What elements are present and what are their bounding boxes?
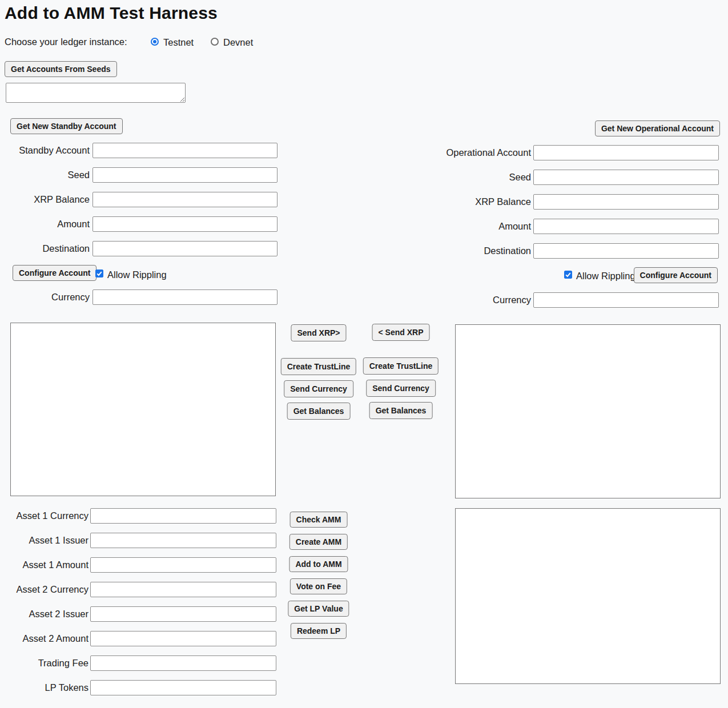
lp-tokens-label: LP Tokens: [45, 680, 89, 695]
send-xrp-to-standby-button[interactable]: < Send XRP: [372, 324, 430, 341]
amm-results-box[interactable]: [455, 508, 721, 684]
asset1-issuer-label: Asset 1 Issuer: [29, 533, 89, 548]
operational-xrp-balance-input[interactable]: [533, 194, 719, 210]
seeds-textarea[interactable]: [6, 83, 186, 103]
send-xrp-to-operational-button[interactable]: Send XRP>: [291, 324, 346, 341]
standby-send-currency-button[interactable]: Send Currency: [284, 380, 353, 397]
standby-amount-input[interactable]: [92, 216, 277, 232]
standby-get-balances-button[interactable]: Get Balances: [287, 403, 351, 420]
standby-allow-rippling-label[interactable]: Allow Rippling: [107, 269, 167, 280]
checkmark-icon: [565, 271, 572, 278]
create-amm-button[interactable]: Create AMM: [289, 534, 348, 550]
radio-testnet-label[interactable]: Testnet: [163, 37, 194, 48]
asset2-currency-input[interactable]: [90, 582, 276, 597]
page-title: Add to AMM Test Harness: [5, 0, 218, 26]
operational-destination-label: Destination: [484, 243, 531, 259]
asset1-amount-label: Asset 1 Amount: [22, 557, 89, 573]
redeem-lp-button[interactable]: Redeem LP: [291, 623, 347, 639]
radio-testnet[interactable]: [151, 38, 159, 46]
standby-account-input[interactable]: [92, 143, 277, 158]
get-lp-value-button[interactable]: Get LP Value: [288, 601, 349, 617]
lp-tokens-input[interactable]: [90, 680, 276, 695]
operational-results-box[interactable]: [455, 324, 721, 498]
standby-account-label: Standby Account: [19, 143, 90, 158]
standby-currency-label: Currency: [51, 289, 90, 305]
standby-seed-label: Seed: [67, 167, 90, 183]
operational-account-input[interactable]: [533, 145, 719, 160]
asset2-issuer-label: Asset 2 Issuer: [29, 606, 89, 622]
operational-create-trustline-button[interactable]: Create TrustLine: [363, 357, 439, 375]
standby-seed-input[interactable]: [92, 167, 277, 183]
operational-send-currency-button[interactable]: Send Currency: [366, 380, 436, 397]
vote-on-fee-button[interactable]: Vote on Fee: [290, 578, 347, 594]
trading-fee-input[interactable]: [90, 655, 276, 671]
standby-destination-label: Destination: [42, 241, 90, 256]
operational-currency-input[interactable]: [533, 292, 719, 308]
operational-destination-input[interactable]: [533, 243, 719, 259]
asset1-currency-input[interactable]: [90, 508, 276, 524]
trading-fee-label: Trading Fee: [38, 655, 89, 671]
asset2-issuer-input[interactable]: [90, 606, 276, 622]
radio-devnet[interactable]: [211, 38, 219, 46]
operational-allow-rippling-checkbox[interactable]: [564, 271, 572, 279]
operational-xrp-balance-label: XRP Balance: [475, 194, 531, 210]
standby-allow-rippling-checkbox[interactable]: [95, 269, 103, 277]
asset2-amount-label: Asset 2 Amount: [22, 631, 89, 646]
asset1-amount-input[interactable]: [90, 557, 276, 573]
standby-destination-input[interactable]: [92, 241, 277, 256]
operational-amount-input[interactable]: [533, 219, 719, 234]
standby-results-box[interactable]: [10, 323, 276, 496]
get-accounts-from-seeds-button[interactable]: Get Accounts From Seeds: [5, 61, 117, 77]
asset1-currency-label: Asset 1 Currency: [16, 508, 89, 524]
standby-create-trustline-button[interactable]: Create TrustLine: [281, 358, 356, 375]
radio-devnet-label[interactable]: Devnet: [223, 37, 253, 48]
asset2-amount-input[interactable]: [90, 631, 276, 646]
check-amm-button[interactable]: Check AMM: [290, 512, 348, 528]
operational-seed-input[interactable]: [533, 170, 719, 185]
standby-amount-label: Amount: [57, 216, 90, 232]
add-to-amm-button[interactable]: Add to AMM: [289, 556, 348, 572]
asset2-currency-label: Asset 2 Currency: [16, 582, 89, 597]
operational-account-label: Operational Account: [446, 145, 531, 160]
operational-get-balances-button[interactable]: Get Balances: [369, 402, 433, 419]
standby-xrp-balance-input[interactable]: [92, 192, 277, 207]
ledger-instance-label: Choose your ledger instance:: [5, 34, 127, 50]
asset1-issuer-input[interactable]: [90, 533, 276, 548]
operational-allow-rippling-label[interactable]: Allow Rippling: [576, 270, 636, 281]
standby-xrp-balance-label: XRP Balance: [34, 192, 90, 207]
operational-currency-label: Currency: [493, 292, 531, 308]
get-new-standby-account-button[interactable]: Get New Standby Account: [10, 118, 123, 134]
standby-configure-account-button[interactable]: Configure Account: [13, 265, 96, 281]
operational-configure-account-button[interactable]: Configure Account: [634, 267, 718, 283]
standby-currency-input[interactable]: [92, 289, 277, 305]
checkmark-icon: [96, 270, 103, 277]
get-new-operational-account-button[interactable]: Get New Operational Account: [595, 120, 720, 136]
operational-amount-label: Amount: [498, 219, 531, 234]
operational-seed-label: Seed: [509, 170, 531, 185]
